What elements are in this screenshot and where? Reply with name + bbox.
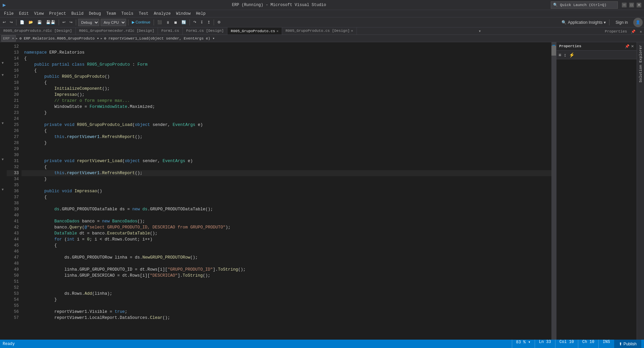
- editor-scrollbar[interactable]: [551, 42, 556, 340]
- code-line-27: this.reportViewer1.RefreshReport();: [21, 134, 551, 140]
- tab-r005-cs-design[interactable]: R005_GrupoProduto.cs [Design] ✕: [282, 27, 357, 34]
- collapse-36[interactable]: ▼: [0, 187, 5, 193]
- code-line-37: {: [21, 194, 551, 200]
- menu-build[interactable]: Build: [69, 11, 86, 17]
- tabs-bar: R005_GrupoProduto.rdlc [Design] R001_Gru…: [0, 27, 644, 35]
- code-line-41: BancoDados banco = new BancoDados();: [21, 218, 551, 224]
- toolbar-open[interactable]: 📂: [27, 19, 35, 25]
- continue-button[interactable]: ▶ Continue: [130, 19, 152, 25]
- properties-pin[interactable]: 📌: [625, 44, 630, 49]
- status-col: Col 10: [555, 340, 578, 348]
- tab-pin[interactable]: 📌: [629, 29, 638, 34]
- menu-analyze[interactable]: Analyze: [151, 11, 173, 17]
- prop-events[interactable]: ⚡: [568, 52, 575, 58]
- tab-close-r005-cs[interactable]: ✕: [276, 29, 278, 33]
- code-line-52: [21, 285, 551, 291]
- toolbar-stop[interactable]: ⏹: [172, 20, 179, 25]
- restore-button[interactable]: □: [629, 3, 634, 7]
- close-button[interactable]: ✕: [637, 3, 641, 7]
- menu-help[interactable]: Help: [193, 11, 208, 17]
- solution-explorer-label[interactable]: Solution Explorer: [639, 45, 643, 82]
- toolbar-undo[interactable]: ↩: [61, 19, 67, 25]
- tab-form1-cs-design[interactable]: Form1.cs [Design]: [183, 27, 227, 34]
- toolbar-back[interactable]: ↩: [1, 19, 7, 25]
- tab-r005-rdlc-design[interactable]: R005_GrupoProduto.rdlc [Design]: [0, 27, 76, 34]
- code-line-47: ds.GRUPO_PRODUTORow linha = ds.NewGRUPO_…: [21, 255, 551, 261]
- status-ln: Ln 33: [535, 340, 555, 348]
- avatar[interactable]: 👤: [633, 18, 643, 27]
- toolbar-forward[interactable]: ↪: [8, 19, 14, 25]
- code-content[interactable]: namespace ERP.Relatorios { public partia…: [21, 42, 551, 340]
- line-numbers: 12 13 14 15 16 17 18 19 20 21 22 23 24 2…: [5, 42, 21, 340]
- properties-title: Properties 📌 ✕: [556, 42, 637, 51]
- solution-explorer-panel[interactable]: Solution Explorer: [637, 42, 644, 340]
- cpu-dropdown[interactable]: Any CPU: [101, 19, 126, 26]
- debug-mode-dropdown[interactable]: Debug: [78, 19, 99, 26]
- properties-collapse[interactable]: Properties: [603, 29, 629, 34]
- quick-launch[interactable]: 🔍 Quick Launch (Ctrl+Q): [551, 1, 618, 9]
- code-line-19: InitializeComponent();: [21, 86, 551, 92]
- toolbar-step-into[interactable]: ↧: [199, 19, 205, 25]
- code-line-51: [21, 279, 551, 285]
- tab-r005-cs-active[interactable]: R005_GrupoProduto.cs ✕: [227, 27, 282, 34]
- menu-edit[interactable]: Edit: [16, 11, 32, 17]
- scrollbar-thumb[interactable]: [551, 46, 556, 56]
- toolbar-redo[interactable]: ↪: [68, 19, 74, 25]
- code-line-49: linha.GRUP_GRUPO_PRODUTO_ID = dt.Rows[i]…: [21, 267, 551, 273]
- code-line-39: ds.GRUPO_PRODUTODataTable ds = new ds.GR…: [21, 206, 551, 212]
- toolbar-restart[interactable]: 🔄: [180, 19, 187, 25]
- prop-categorize[interactable]: ≡: [558, 52, 562, 58]
- menu-debug[interactable]: Debug: [86, 11, 104, 17]
- collapse-17[interactable]: ▼: [0, 72, 5, 78]
- tab-r001-rdlc-design[interactable]: R001_GrupoFornecedor.rdlc [Design]: [76, 27, 158, 34]
- minimize-button[interactable]: ─: [622, 3, 627, 7]
- toolbar-save[interactable]: 💾: [36, 19, 43, 25]
- menu-tools[interactable]: Tools: [119, 11, 136, 17]
- status-ready: Ready: [3, 342, 15, 346]
- collapse-25[interactable]: ▼: [0, 121, 5, 127]
- code-line-48: [21, 261, 551, 267]
- collapse-15[interactable]: ▼: [0, 60, 5, 66]
- menu-bar: File Edit View Project Build Debug Team …: [0, 10, 644, 17]
- code-line-43: DataTable dt = banco.ExecutarDataTable()…: [21, 230, 551, 236]
- namespace-dropdown[interactable]: ⚙ ERP.Relatorios.R005_GrupoProduto ▾: [18, 36, 101, 41]
- tab-x[interactable]: ✕: [638, 29, 644, 34]
- erp-dropdown[interactable]: ERP ▾: [1, 35, 16, 42]
- toolbar-sep-1: [16, 19, 16, 25]
- status-zoom[interactable]: 83 % ▾: [512, 340, 535, 348]
- properties-panel: Properties 📌 ✕ ≡ ↕ ⚡: [556, 42, 637, 340]
- code-line-26: {: [21, 128, 551, 134]
- code-line-38: [21, 200, 551, 206]
- menu-file[interactable]: File: [1, 11, 16, 17]
- publish-button[interactable]: ⬆ Publish: [614, 340, 641, 348]
- toolbar-step-over[interactable]: ↷: [192, 19, 198, 25]
- properties-close[interactable]: ✕: [631, 44, 634, 49]
- menu-test[interactable]: Test: [136, 11, 151, 17]
- code-line-15: public partial class R005_GrupoProduto :…: [21, 62, 551, 68]
- toolbar-breakpoint[interactable]: ⬛: [156, 19, 163, 25]
- toolbar-save-all[interactable]: 💾💾: [45, 19, 57, 25]
- menu-team[interactable]: Team: [104, 11, 119, 17]
- prop-alphabetical[interactable]: ↕: [563, 52, 567, 58]
- method-dropdown[interactable]: ⚙ reportViewer1_Load(object sender, Even…: [103, 36, 216, 41]
- collapse-31[interactable]: ▼: [0, 157, 5, 163]
- toolbar-new[interactable]: 📄: [18, 19, 26, 25]
- code-line-56: reportViewer1.Visible = true;: [21, 309, 551, 315]
- menu-view[interactable]: View: [32, 11, 47, 17]
- application-insights-button[interactable]: 🔍 Application Insights ▾: [561, 20, 606, 25]
- tabs-overflow[interactable]: ▾: [477, 28, 483, 34]
- tab-form1-cs[interactable]: Form1.cs: [158, 27, 183, 34]
- title-bar-text: ERP (Running) - Microsoft Visual Studio: [9, 3, 549, 7]
- toolbar-debug-misc[interactable]: ⚙: [216, 19, 222, 25]
- code-line-12: [21, 44, 551, 50]
- menu-window[interactable]: Window: [173, 11, 193, 17]
- toolbar-pause[interactable]: ⏸: [165, 20, 171, 25]
- tab-close-r005-cs-design[interactable]: ✕: [351, 29, 353, 33]
- menu-project[interactable]: Project: [46, 11, 68, 17]
- title-bar-controls: 🔍 Quick Launch (Ctrl+Q) ─ □ ✕: [549, 0, 641, 10]
- title-bar: ▶ ERP (Running) - Microsoft Visual Studi…: [0, 0, 644, 10]
- toolbar-step-out[interactable]: ↥: [206, 19, 212, 25]
- code-editor[interactable]: ▼ ▼ ▼ ▼ ▼ 12 13 14: [0, 42, 556, 340]
- code-line-57: reportViewer1.LocalReport.DataSources.Cl…: [21, 315, 551, 321]
- sign-in-button[interactable]: Sign in: [613, 19, 631, 25]
